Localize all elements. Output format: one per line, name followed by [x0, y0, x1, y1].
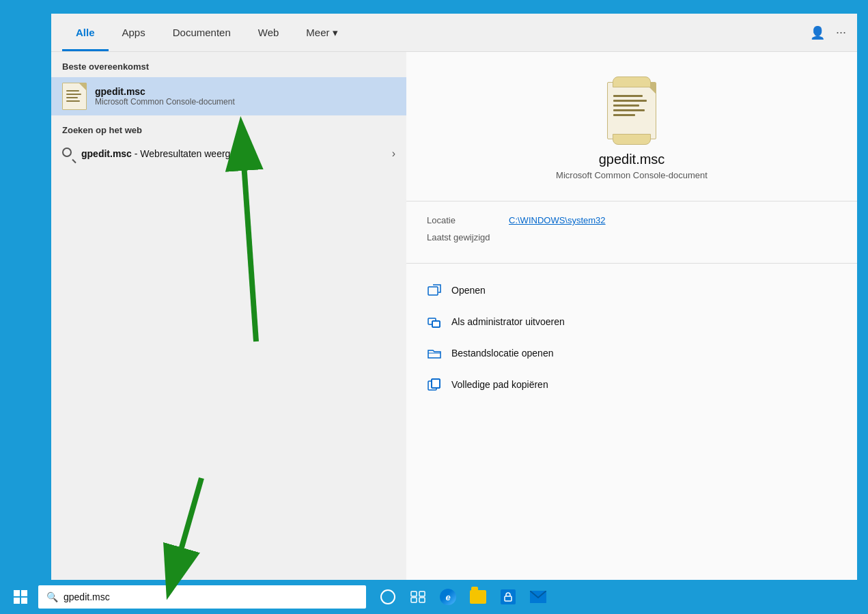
windows-logo-icon [14, 590, 27, 604]
copy-icon [427, 377, 442, 392]
svg-rect-16 [505, 596, 512, 601]
action-open[interactable]: Openen [406, 275, 857, 306]
main-content: Beste overeenkomst [51, 52, 857, 601]
action-copy-path[interactable]: Volledige pad kopiëren [406, 369, 857, 400]
gpedit-icon [62, 84, 87, 109]
right-top: gpedit.msc Microsoft Common Console-docu… [406, 52, 857, 201]
more-options-icon[interactable]: ··· [836, 25, 846, 40]
edge-button[interactable]: e [434, 582, 462, 612]
admin-icon [427, 314, 442, 329]
best-match-item[interactable]: gpedit.msc Microsoft Common Console-docu… [51, 77, 406, 115]
best-match-subtitle: Microsoft Common Console-document [95, 97, 235, 107]
taskbar-search-bar[interactable]: 🔍 gpedit.msc [38, 585, 366, 609]
task-view-button[interactable] [404, 582, 432, 612]
tab-meer[interactable]: Meer ▾ [292, 14, 351, 51]
right-panel-title: gpedit.msc [599, 152, 665, 167]
action-file-location-label: Bestandslocatie openen [451, 348, 553, 359]
action-admin-label: Als administrator uitvoeren [451, 316, 565, 327]
task-view-icon [410, 591, 425, 603]
web-search-header: Zoeken op het web [51, 115, 406, 141]
right-panel-subtitle: Microsoft Common Console-document [556, 170, 708, 180]
cortana-button[interactable] [374, 582, 402, 612]
right-meta: Locatie C:\WINDOWS\system32 Laatst gewij… [406, 201, 857, 264]
web-search-text: gpedit.msc - Webresultaten weergeven [81, 148, 385, 159]
mail-button[interactable] [524, 582, 552, 612]
tabs-row: Alle Apps Documenten Web Meer ▾ 👤 ··· [51, 14, 857, 52]
file-explorer-button[interactable] [464, 582, 492, 612]
tab-documenten[interactable]: Documenten [159, 14, 244, 51]
store-icon [501, 589, 516, 604]
left-panel: Beste overeenkomst [51, 52, 406, 601]
search-loop-icon [62, 148, 74, 160]
folder-icon [427, 346, 442, 361]
svg-rect-15 [419, 598, 425, 602]
taskbar-icons: e [374, 582, 552, 612]
tab-web[interactable]: Web [244, 14, 293, 51]
store-button[interactable] [494, 582, 522, 612]
action-open-label: Openen [451, 285, 486, 296]
actions-list: Openen Als administrator uitvoeren [406, 264, 857, 411]
action-file-location[interactable]: Bestandslocatie openen [406, 337, 857, 369]
web-search-item[interactable]: gpedit.msc - Webresultaten weergeven › [51, 141, 406, 167]
taskbar-search-icon: 🔍 [46, 591, 58, 602]
start-button[interactable] [5, 582, 36, 612]
location-value[interactable]: C:\WINDOWS\system32 [509, 215, 606, 225]
search-panel: Alle Apps Documenten Web Meer ▾ 👤 ··· Be… [51, 14, 857, 601]
taskbar-search-input[interactable]: gpedit.msc [64, 591, 110, 602]
svg-rect-14 [411, 598, 417, 602]
chevron-down-icon: ▾ [333, 27, 338, 39]
cortana-icon [380, 589, 395, 604]
taskbar: 🔍 gpedit.msc e [0, 580, 868, 614]
web-search-arrow-icon: › [392, 148, 395, 160]
meta-modified-row: Laatst gewijzigd [427, 232, 837, 242]
user-icon[interactable]: 👤 [810, 25, 825, 40]
file-explorer-icon [470, 590, 486, 604]
tab-alle[interactable]: Alle [62, 14, 109, 51]
location-label: Locatie [427, 215, 495, 225]
svg-rect-12 [411, 591, 417, 596]
action-copy-path-label: Volledige pad kopiëren [451, 379, 548, 390]
tab-apps[interactable]: Apps [109, 14, 159, 51]
modified-label: Laatst gewijzigd [427, 232, 495, 242]
edge-icon: e [440, 589, 456, 605]
svg-rect-13 [419, 591, 425, 596]
action-admin[interactable]: Als administrator uitvoeren [406, 306, 857, 337]
best-match-title: gpedit.msc [95, 86, 235, 97]
svg-rect-0 [428, 287, 438, 295]
right-panel: gpedit.msc Microsoft Common Console-docu… [406, 52, 857, 601]
best-match-header: Beste overeenkomst [51, 52, 406, 77]
svg-rect-2 [432, 321, 440, 327]
mail-icon [530, 591, 546, 603]
large-file-icon [604, 79, 659, 141]
tabs-right-icons: 👤 ··· [810, 25, 846, 40]
desktop: Alle Apps Documenten Web Meer ▾ 👤 ··· Be… [0, 0, 868, 614]
best-match-text: gpedit.msc Microsoft Common Console-docu… [95, 86, 235, 107]
open-icon [427, 283, 442, 298]
svg-rect-6 [432, 379, 440, 388]
meta-location-row: Locatie C:\WINDOWS\system32 [427, 215, 837, 225]
